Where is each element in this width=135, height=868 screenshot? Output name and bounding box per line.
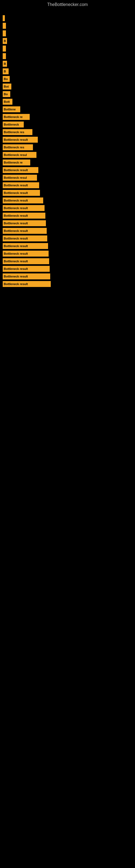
bar-label-33: Bottleneck result bbox=[4, 267, 28, 271]
bar-label-25: Bottleneck result bbox=[4, 207, 28, 210]
bar-row bbox=[3, 15, 135, 21]
bar-label-12: Bottlene bbox=[4, 108, 16, 111]
bar-26: Bottleneck result bbox=[3, 213, 45, 219]
bar-label-32: Bottleneck result bbox=[4, 259, 28, 263]
bar-label-7: B bbox=[4, 70, 6, 73]
bar-label-18: Bottleneck resul bbox=[4, 153, 27, 156]
bar-row bbox=[3, 53, 135, 59]
bar-label-24: Bottleneck result bbox=[4, 199, 28, 202]
bar-row: B bbox=[3, 61, 135, 67]
bar-18: Bottleneck resul bbox=[3, 152, 37, 158]
bar-13: Bottleneck re bbox=[3, 114, 30, 120]
bar-23: Bottleneck result bbox=[3, 190, 40, 196]
bar-row: Bottleneck result bbox=[3, 220, 135, 226]
bar-label-31: Bottleneck result bbox=[4, 252, 28, 255]
bar-row: Bottleneck result bbox=[3, 266, 135, 272]
bar-19: Bottleneck re bbox=[3, 159, 30, 165]
bar-2 bbox=[3, 30, 6, 36]
bar-row: Bottleneck result bbox=[3, 190, 135, 196]
bar-27: Bottleneck result bbox=[3, 220, 46, 226]
bar-row: Bottleneck result bbox=[3, 182, 135, 188]
bar-row: Bottleneck result bbox=[3, 205, 135, 211]
bar-6: B bbox=[3, 61, 7, 67]
bar-label-22: Bottleneck result bbox=[4, 184, 28, 187]
bar-1 bbox=[3, 23, 6, 29]
bar-28: Bottleneck result bbox=[3, 228, 47, 234]
bar-label-3: B bbox=[4, 39, 6, 42]
bar-label-16: Bottleneck result bbox=[4, 138, 28, 141]
bar-row: Bottleneck result bbox=[3, 213, 135, 219]
bar-row bbox=[3, 23, 135, 29]
bar-16: Bottleneck result bbox=[3, 137, 38, 143]
bar-label-11: Bott bbox=[4, 100, 10, 103]
bar-label-26: Bottleneck result bbox=[4, 214, 28, 217]
bar-row bbox=[3, 30, 135, 36]
bar-row: Bottleneck re bbox=[3, 159, 135, 165]
bar-row bbox=[3, 45, 135, 52]
bar-label-28: Bottleneck result bbox=[4, 229, 28, 232]
bar-label-23: Bottleneck result bbox=[4, 191, 28, 194]
bar-10: Bo bbox=[3, 91, 10, 97]
bar-row: Bottleneck result bbox=[3, 281, 135, 287]
bar-17: Bottleneck res bbox=[3, 144, 33, 150]
bar-row: Bottleneck result bbox=[3, 137, 135, 143]
bar-label-21: Bottleneck resul bbox=[4, 176, 27, 179]
bar-row: Bott bbox=[3, 99, 135, 105]
bar-row: Bottleneck res bbox=[3, 129, 135, 135]
bar-label-10: Bo bbox=[4, 93, 8, 96]
site-title: TheBottlenecker.com bbox=[0, 0, 135, 10]
bar-row: Bo bbox=[3, 91, 135, 97]
bar-label-15: Bottleneck res bbox=[4, 130, 24, 134]
bar-9: Bot bbox=[3, 84, 11, 90]
bar-8: Bo bbox=[3, 76, 10, 82]
bar-25: Bottleneck result bbox=[3, 205, 45, 211]
bar-row: Bottleneck res bbox=[3, 144, 135, 150]
bar-label-8: Bo bbox=[4, 77, 8, 81]
bars-container: BBBBoBotBoBottBottleneBottleneck reBottl… bbox=[0, 10, 135, 289]
bar-row: Bottleneck result bbox=[3, 197, 135, 204]
bar-label-9: Bot bbox=[4, 85, 9, 88]
bar-row: Bottleneck result bbox=[3, 243, 135, 249]
bar-label-19: Bottleneck re bbox=[4, 161, 23, 164]
bar-row: Bottleneck result bbox=[3, 258, 135, 264]
bar-row: Bottleneck result bbox=[3, 167, 135, 173]
bar-row: B bbox=[3, 38, 135, 44]
bar-label-14: Bottleneck bbox=[4, 123, 19, 126]
bar-label-29: Bottleneck result bbox=[4, 237, 28, 240]
bar-label-6: B bbox=[4, 62, 6, 65]
bar-32: Bottleneck result bbox=[3, 258, 49, 264]
bar-label-27: Bottleneck result bbox=[4, 222, 28, 225]
bar-row: Bo bbox=[3, 76, 135, 82]
bar-4 bbox=[3, 45, 6, 52]
bar-20: Bottleneck result bbox=[3, 167, 38, 173]
bar-15: Bottleneck res bbox=[3, 129, 32, 135]
bar-row: Bottleneck result bbox=[3, 228, 135, 234]
bar-3: B bbox=[3, 38, 7, 44]
bar-row: Bottleneck resul bbox=[3, 175, 135, 181]
bar-31: Bottleneck result bbox=[3, 251, 49, 257]
bar-row: Bottleneck bbox=[3, 122, 135, 127]
bar-row: Bottleneck result bbox=[3, 236, 135, 241]
bar-0 bbox=[3, 15, 5, 21]
bar-33: Bottleneck result bbox=[3, 266, 50, 272]
bar-35: Bottleneck result bbox=[3, 281, 51, 287]
bar-5 bbox=[3, 53, 6, 59]
bar-22: Bottleneck result bbox=[3, 182, 39, 188]
bar-label-35: Bottleneck result bbox=[4, 282, 28, 286]
bar-29: Bottleneck result bbox=[3, 236, 47, 241]
bar-14: Bottleneck bbox=[3, 122, 24, 127]
bar-34: Bottleneck result bbox=[3, 273, 50, 279]
bar-label-20: Bottleneck result bbox=[4, 168, 28, 172]
bar-24: Bottleneck result bbox=[3, 197, 43, 204]
bar-label-13: Bottleneck re bbox=[4, 115, 23, 119]
bar-row: Bot bbox=[3, 84, 135, 90]
bar-row: Bottleneck result bbox=[3, 273, 135, 279]
bar-row: B bbox=[3, 68, 135, 74]
bar-row: Bottleneck resul bbox=[3, 152, 135, 158]
bar-row: Bottlene bbox=[3, 106, 135, 112]
bar-11: Bott bbox=[3, 99, 12, 105]
bar-label-34: Bottleneck result bbox=[4, 275, 28, 278]
bar-7: B bbox=[3, 68, 9, 74]
bar-label-30: Bottleneck result bbox=[4, 244, 28, 248]
bar-30: Bottleneck result bbox=[3, 243, 48, 249]
